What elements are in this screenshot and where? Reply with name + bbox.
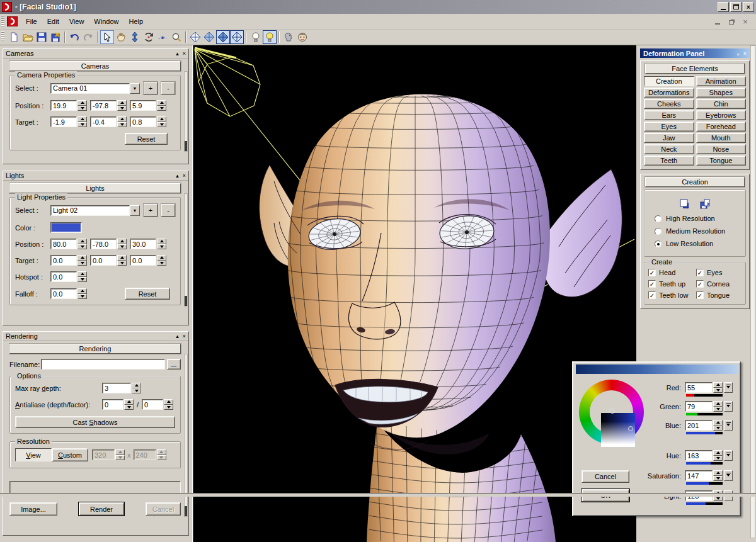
spinner[interactable] bbox=[117, 255, 127, 266]
tab-neck[interactable]: Neck bbox=[644, 144, 694, 154]
light-pos-x[interactable]: 80.0 bbox=[50, 239, 77, 249]
square-marker[interactable] bbox=[610, 409, 615, 414]
checkbox-cornea[interactable]: ✓Cornea bbox=[696, 280, 743, 288]
tab-animation[interactable]: Animation bbox=[696, 76, 747, 86]
collapse-icon[interactable]: ▴ bbox=[176, 333, 179, 339]
render-button[interactable]: Render bbox=[79, 502, 124, 516]
spinner[interactable] bbox=[132, 383, 141, 393]
tab-chin[interactable]: Chin bbox=[696, 99, 747, 109]
slider-popup-icon[interactable] bbox=[724, 401, 733, 412]
spinner[interactable] bbox=[117, 100, 127, 111]
collapse-icon[interactable]: ▴ bbox=[176, 50, 179, 57]
viewport-diamond-3-icon[interactable] bbox=[216, 30, 230, 44]
dialog-titlebar-gradient[interactable] bbox=[576, 364, 738, 374]
radio-high-resolution[interactable]: High Resolution bbox=[655, 215, 742, 222]
save-icon[interactable] bbox=[35, 30, 49, 44]
spinner[interactable] bbox=[713, 382, 723, 393]
spinner[interactable] bbox=[77, 271, 87, 282]
chevron-down-icon[interactable]: ▼ bbox=[130, 205, 140, 216]
hue-input[interactable]: 163 bbox=[685, 450, 713, 461]
camera-tgt-x[interactable]: -1.9 bbox=[50, 116, 77, 127]
viewport-diamond-1-icon[interactable] bbox=[188, 30, 202, 44]
panel-scrollbar[interactable] bbox=[184, 71, 188, 152]
light-select-combo[interactable]: Light 02 ▼ bbox=[50, 205, 140, 216]
menu-view[interactable]: View bbox=[64, 16, 89, 27]
tab-deformations[interactable]: Deformations bbox=[644, 88, 694, 98]
close-button[interactable]: × bbox=[743, 2, 754, 12]
resolution-view-button[interactable]: View bbox=[15, 448, 52, 461]
spinner[interactable] bbox=[157, 100, 166, 111]
viewport-diamond-2-icon[interactable] bbox=[202, 30, 216, 44]
cameras-header-button[interactable]: Cameras bbox=[9, 61, 181, 71]
creation-header[interactable]: Creation bbox=[645, 177, 745, 187]
light-hotspot[interactable]: 0.0 bbox=[50, 271, 77, 282]
light-tgt-z[interactable]: 0.0 bbox=[130, 255, 156, 266]
menu-file[interactable]: File bbox=[21, 16, 42, 27]
spinner[interactable] bbox=[77, 116, 87, 127]
blue-input[interactable]: 201 bbox=[685, 420, 713, 431]
light-tgt-x[interactable]: 0.0 bbox=[50, 255, 77, 266]
save-special-icon[interactable] bbox=[49, 30, 62, 44]
collapse-icon[interactable]: ▴ bbox=[736, 50, 740, 57]
mdi-minimize-icon[interactable] bbox=[713, 18, 722, 26]
light-tgt-y[interactable]: 0.0 bbox=[90, 255, 117, 266]
slider-popup-icon[interactable] bbox=[724, 382, 733, 393]
menu-window[interactable]: Window bbox=[89, 16, 123, 27]
cast-shadows-button[interactable]: Cast Shadows bbox=[15, 416, 175, 428]
camera-pos-x[interactable]: 19.9 bbox=[50, 100, 77, 111]
tab-shapes[interactable]: Shapes bbox=[696, 88, 747, 98]
deformation-panel-titlebar[interactable]: Deformation Panel ▴× bbox=[640, 48, 750, 58]
camera-pos-z[interactable]: 5.9 bbox=[130, 100, 156, 111]
face-front-icon[interactable] bbox=[295, 30, 309, 44]
close-icon[interactable]: × bbox=[183, 50, 186, 57]
light-bulb-on-icon[interactable] bbox=[263, 30, 277, 44]
light-falloff[interactable]: 0.0 bbox=[50, 288, 77, 299]
spinner[interactable] bbox=[77, 239, 87, 249]
slider-popup-icon[interactable] bbox=[724, 470, 733, 481]
load-head-icon[interactable] bbox=[699, 199, 711, 211]
rendering-header-button[interactable]: Rendering bbox=[9, 344, 181, 354]
spinner[interactable] bbox=[157, 255, 166, 266]
light-pos-z[interactable]: 30.0 bbox=[130, 239, 156, 249]
mdi-document-icon[interactable] bbox=[7, 16, 18, 26]
wheel-marker[interactable] bbox=[628, 426, 633, 431]
create-head-icon[interactable] bbox=[679, 199, 690, 211]
radio-medium-resolution[interactable]: Medium Resolution bbox=[655, 227, 742, 235]
light-pos-y[interactable]: -78.0 bbox=[90, 239, 117, 249]
viewport-diamond-4-icon[interactable] bbox=[230, 30, 244, 44]
viewport-3d[interactable] bbox=[193, 45, 636, 542]
open-file-icon[interactable] bbox=[21, 30, 35, 44]
antialiase-depth-input[interactable]: 0 bbox=[102, 399, 123, 410]
tab-eyebrows[interactable]: Eyebrows bbox=[696, 110, 747, 120]
tab-forehead[interactable]: Forehead bbox=[696, 121, 747, 132]
undo-icon[interactable] bbox=[67, 30, 81, 44]
rotate-view-icon[interactable] bbox=[142, 30, 156, 44]
spinner[interactable] bbox=[77, 255, 87, 266]
tab-mouth[interactable]: Mouth bbox=[696, 133, 747, 143]
color-wheel[interactable] bbox=[579, 380, 644, 444]
spinner[interactable] bbox=[713, 450, 723, 461]
spinner[interactable] bbox=[77, 100, 87, 111]
orbit-point-icon[interactable] bbox=[156, 30, 169, 44]
camera-tgt-y[interactable]: -0.4 bbox=[90, 116, 117, 127]
close-icon[interactable]: × bbox=[183, 333, 186, 339]
tab-creation[interactable]: Creation bbox=[644, 76, 694, 86]
camera-reset-button[interactable]: Reset bbox=[125, 133, 168, 145]
remove-camera-button[interactable]: - bbox=[161, 82, 175, 94]
checkbox-teeth-low[interactable]: ✓Teeth low bbox=[648, 291, 695, 299]
redo-icon[interactable] bbox=[81, 30, 95, 44]
tab-teeth[interactable]: Teeth bbox=[644, 155, 694, 166]
face-elements-header[interactable]: Face Elements bbox=[645, 64, 745, 74]
zoom-magnifier-icon[interactable] bbox=[169, 30, 183, 44]
dialog-cancel-button[interactable]: Cancel bbox=[581, 470, 629, 483]
spinner[interactable] bbox=[77, 288, 87, 299]
light-color-swatch[interactable] bbox=[50, 222, 82, 233]
menu-help[interactable]: Help bbox=[123, 16, 148, 27]
max-ray-depth-input[interactable]: 3 bbox=[102, 383, 131, 393]
spinner[interactable] bbox=[117, 239, 127, 249]
rendering-panel-titlebar[interactable]: Rendering ▴× bbox=[3, 332, 188, 341]
add-camera-button[interactable]: + bbox=[144, 82, 158, 94]
close-icon[interactable]: × bbox=[743, 50, 747, 57]
tab-tongue[interactable]: Tongue bbox=[696, 155, 747, 166]
camera-select-combo[interactable]: Camera 01 ▼ bbox=[50, 83, 140, 94]
